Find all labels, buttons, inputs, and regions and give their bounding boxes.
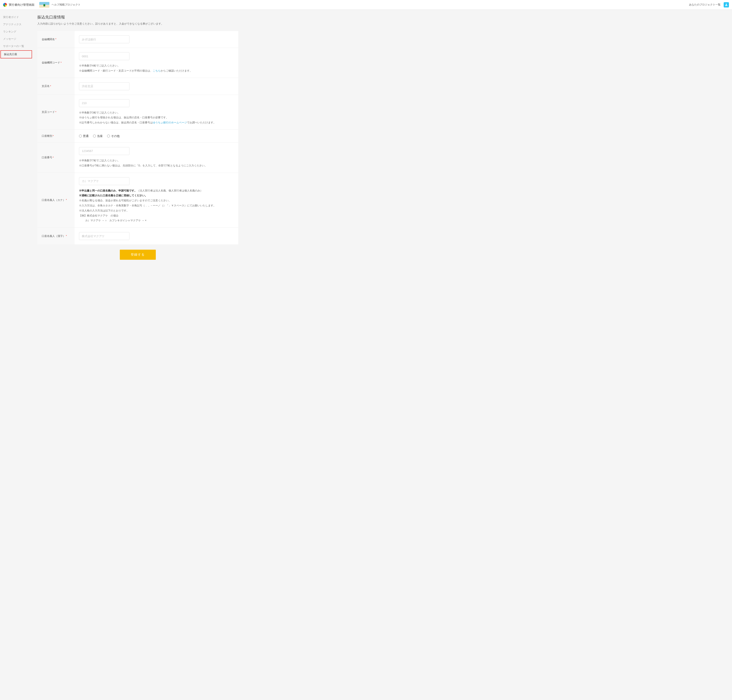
input-holder-kana[interactable] xyxy=(79,177,129,185)
radio-ordinary[interactable] xyxy=(79,135,82,137)
sidebar-item-ranking[interactable]: ランキング xyxy=(0,28,32,35)
submit-button[interactable]: 登録する xyxy=(120,250,156,260)
project-name[interactable]: ヘルプ掲載プロジェクト xyxy=(51,3,81,7)
form-card: 金融機関名* 金融機関コード* ※半角数字4桁でご記入ください。 ※金融機関コー… xyxy=(37,31,238,244)
help-branch-code-2: ※ゆうちょ銀行を登録される場合は、振込用の店名・口座番号が必要です。 xyxy=(79,115,234,120)
app-logo-icon xyxy=(3,3,7,7)
app-title: 実行者向け管理画面 xyxy=(9,3,34,7)
help-holder-kana-4: ※入力方法は、全角カタカナ・全角英数字・全角記号（．，－ーー／（）「」￥スペース… xyxy=(79,203,234,208)
input-bank-name[interactable] xyxy=(79,35,129,43)
project-thumbnail[interactable] xyxy=(39,2,49,8)
help-holder-kana-1: ※申込書と同一の口座名義のみ、申請可能です。（法人実行者は法人名義、個人実行者は… xyxy=(79,188,234,193)
help-bank-code-2: ※金融機関コード・銀行コード・支店コードが不明の場合は、こちらからご確認いただけ… xyxy=(79,68,234,74)
input-bank-code[interactable] xyxy=(79,52,129,60)
bank-code-lookup-link[interactable]: こちら xyxy=(153,69,161,72)
help-holder-kana-2: ※通帳に記載された口座名義を正確に登録してください。 xyxy=(79,193,234,198)
row-branch-code: 支店コード* ※半角数字3桁でご記入ください。 ※ゆうちょ銀行を登録される場合は… xyxy=(37,95,238,130)
yuucho-link[interactable]: ゆうちょ銀行のホームページ xyxy=(153,121,187,124)
help-bank-code-1: ※半角数字4桁でご記入ください。 xyxy=(79,63,234,68)
user-avatar-icon[interactable] xyxy=(724,2,729,7)
row-account-type: 口座種別* 普通 当座 その他 xyxy=(37,130,238,143)
help-account-number-1: ※半角数字7桁でご記入ください。 xyxy=(79,158,234,163)
help-holder-kana-5: ※法人格の入力方法は以下のとおりです。 xyxy=(79,208,234,213)
main-content: 振込先口座情報 入力内容に誤りがないよう十分ご注意ください。誤りがありますと、入… xyxy=(32,10,243,271)
help-branch-code-3: ※記号番号しかわからない場合は、振込用の店名・口座番号はゆうちょ銀行のホームペー… xyxy=(79,120,234,125)
label-account-type: 口座種別* xyxy=(37,130,75,143)
radio-current[interactable] xyxy=(93,135,96,137)
radio-option-other[interactable]: その他 xyxy=(107,134,120,138)
label-branch-code: 支店コード* xyxy=(37,95,75,129)
sidebar-item-bank-account[interactable]: 振込先口座 xyxy=(0,50,32,59)
input-branch-name[interactable] xyxy=(79,82,129,90)
sidebar-item-supporters[interactable]: サポーターの一覧 xyxy=(0,43,32,50)
help-account-number-2: ※口座番号が7桁に満たない場合は、先頭部分に「0」を入力して、全部で7桁となるよ… xyxy=(79,163,234,168)
sidebar: 実行者ガイド アナリティクス ランキング メッセージ サポーターの一覧 振込先口… xyxy=(0,10,32,271)
label-account-number: 口座番号* xyxy=(37,143,75,173)
help-holder-kana-3: ※名義が異なる場合、送金が遅れる可能性がございますのでご注意ください。 xyxy=(79,198,234,203)
header: 実行者向け管理画面 ヘルプ掲載プロジェクト あなたのプロジェクト一覧 xyxy=(0,0,732,10)
input-branch-code[interactable] xyxy=(79,99,129,107)
label-holder-kanji: 口座名義人（漢字）* xyxy=(37,228,75,244)
row-bank-code: 金融機関コード* ※半角数字4桁でご記入ください。 ※金融機関コード・銀行コード… xyxy=(37,48,238,78)
sidebar-item-analytics[interactable]: アナリティクス xyxy=(0,21,32,28)
help-holder-kana-6: 【例】株式会社マクアケ の場合 xyxy=(79,213,234,218)
help-branch-code-1: ※半角数字3桁でご記入ください。 xyxy=(79,110,234,115)
radio-option-ordinary[interactable]: 普通 xyxy=(79,134,89,138)
label-branch-name: 支店名* xyxy=(37,78,75,95)
input-account-number[interactable] xyxy=(79,147,129,155)
label-holder-kana: 口座名義人（カナ）* xyxy=(37,173,75,228)
projects-list-link[interactable]: あなたのプロジェクト一覧 xyxy=(689,3,720,7)
page-title: 振込先口座情報 xyxy=(37,15,238,20)
row-account-number: 口座番号* ※半角数字7桁でご記入ください。 ※口座番号が7桁に満たない場合は、… xyxy=(37,143,238,173)
sidebar-item-message[interactable]: メッセージ xyxy=(0,35,32,43)
help-holder-kana-7: カ）マクアケ → ○ カブシキガイシャマクアケ → × xyxy=(79,218,234,223)
label-bank-code: 金融機関コード* xyxy=(37,48,75,78)
row-branch-name: 支店名* xyxy=(37,78,238,95)
label-bank-name: 金融機関名* xyxy=(37,31,75,48)
row-holder-kanji: 口座名義人（漢字）* xyxy=(37,228,238,244)
row-holder-kana: 口座名義人（カナ）* ※申込書と同一の口座名義のみ、申請可能です。（法人実行者は… xyxy=(37,173,238,228)
submit-area: 登録する xyxy=(37,244,238,262)
input-holder-kanji[interactable] xyxy=(79,232,129,240)
row-bank-name: 金融機関名* xyxy=(37,31,238,48)
account-type-radio-group: 普通 当座 その他 xyxy=(79,134,234,138)
sidebar-item-guide[interactable]: 実行者ガイド xyxy=(0,13,32,21)
radio-other[interactable] xyxy=(107,135,110,137)
page-subtitle: 入力内容に誤りがないよう十分ご注意ください。誤りがありますと、入金ができなくなる… xyxy=(37,22,238,26)
radio-option-current[interactable]: 当座 xyxy=(93,134,103,138)
